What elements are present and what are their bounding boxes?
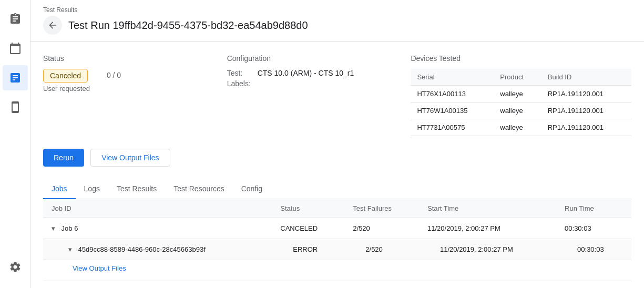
jobs-col-id: Job ID bbox=[43, 199, 272, 218]
page-title: Test Run 19ffb42d-9455-4375-bd32-ea54ab9… bbox=[68, 19, 308, 32]
sub-job-run-cell: 00:30:03 bbox=[556, 239, 631, 260]
job-failures-cell: 2/520 bbox=[344, 218, 419, 239]
view-output-files-link[interactable]: View Output Files bbox=[73, 262, 126, 276]
header: Test Results Test Run 19ffb42d-9455-4375… bbox=[30, 0, 644, 42]
view-output-row: View Output Files bbox=[43, 260, 631, 281]
configuration-block: Configuration Test: CTS 10.0 (ARM) - CTS… bbox=[227, 54, 411, 136]
device-product: walleye bbox=[494, 86, 541, 102]
device-build-id: RP1A.191120.001 bbox=[541, 102, 631, 119]
tab-test-results[interactable]: Test Results bbox=[108, 179, 165, 199]
sub-job-start-cell: 11/20/2019, 2:00:27 PM bbox=[419, 239, 556, 260]
status-reason: User requested bbox=[43, 85, 90, 92]
job-start-cell: 11/20/2019, 2:00:27 PM bbox=[419, 218, 556, 239]
device-serial: HT7731A00575 bbox=[411, 119, 494, 136]
config-test-key: Test: bbox=[227, 69, 253, 77]
devices-table: Serial Product Build ID HT76X1A00113 wal… bbox=[411, 69, 631, 136]
devices-col-build: Build ID bbox=[541, 69, 631, 86]
jobs-col-start: Start Time bbox=[419, 199, 556, 218]
breadcrumb: Test Results bbox=[43, 6, 631, 14]
devices-col-product: Product bbox=[494, 69, 541, 86]
tab-test-resources[interactable]: Test Resources bbox=[165, 179, 232, 199]
sidebar-item-analytics[interactable] bbox=[3, 65, 28, 90]
sub-job-status-cell: ERROR bbox=[272, 239, 344, 260]
config-labels-key: Labels: bbox=[227, 79, 253, 88]
sub-job-id-cell: ▾ 45d9cc88-8589-4486-960c-28c45663b93f bbox=[43, 239, 272, 260]
jobs-col-status: Status bbox=[272, 199, 344, 218]
sidebar-item-settings[interactable] bbox=[3, 254, 28, 280]
main-content: Test Results Test Run 19ffb42d-9455-4375… bbox=[30, 0, 644, 288]
sub-job-failures-cell: 2/520 bbox=[344, 239, 419, 260]
sidebar-item-clipboard[interactable] bbox=[3, 6, 28, 32]
action-row: Rerun View Output Files bbox=[43, 149, 631, 167]
sidebar-item-devices[interactable] bbox=[3, 95, 28, 120]
devices-row: HT7731A00575 walleye RP1A.191120.001 bbox=[411, 119, 631, 136]
config-test-value: CTS 10.0 (ARM) - CTS 10_r1 bbox=[258, 69, 354, 77]
tab-config[interactable]: Config bbox=[233, 179, 271, 199]
jobs-col-failures: Test Failures bbox=[344, 199, 419, 218]
info-section: Status Canceled User requested 0 / 0 Con… bbox=[43, 54, 631, 136]
tab-logs[interactable]: Logs bbox=[76, 179, 108, 199]
status-label: Status bbox=[43, 54, 227, 63]
device-product: walleye bbox=[494, 102, 541, 119]
devices-section: Devices Tested Serial Product Build ID H… bbox=[411, 54, 631, 136]
jobs-table: Job ID Status Test Failures Start Time R… bbox=[43, 199, 631, 281]
rerun-button[interactable]: Rerun bbox=[43, 149, 84, 167]
config-test-row: Test: CTS 10.0 (ARM) - CTS 10_r1 bbox=[227, 69, 411, 77]
sidebar bbox=[0, 0, 30, 288]
back-button[interactable] bbox=[43, 16, 62, 35]
progress-count: 0 / 0 bbox=[107, 71, 121, 79]
job-run-cell: 00:30:03 bbox=[556, 218, 631, 239]
device-product: walleye bbox=[494, 119, 541, 136]
sub-expand-icon[interactable]: ▾ bbox=[68, 245, 72, 253]
job-row: ▾ Job 6 CANCELED 2/520 11/20/2019, 2:00:… bbox=[43, 218, 631, 239]
sidebar-item-calendar[interactable] bbox=[3, 36, 28, 61]
device-build-id: RP1A.191120.001 bbox=[541, 119, 631, 136]
job-status-cell: CANCELED bbox=[272, 218, 344, 239]
sub-job-row: ▾ 45d9cc88-8589-4486-960c-28c45663b93f E… bbox=[43, 239, 631, 260]
configuration-label: Configuration bbox=[227, 54, 411, 63]
tab-jobs[interactable]: Jobs bbox=[43, 179, 76, 199]
view-output-button[interactable]: View Output Files bbox=[90, 149, 170, 167]
title-row: Test Run 19ffb42d-9455-4375-bd32-ea54ab9… bbox=[43, 16, 631, 41]
job-id-cell: ▾ Job 6 bbox=[43, 218, 272, 239]
status-block: Status Canceled User requested 0 / 0 bbox=[43, 54, 227, 136]
tabs: Jobs Logs Test Results Test Resources Co… bbox=[43, 179, 631, 199]
devices-row: HT76W1A00135 walleye RP1A.191120.001 bbox=[411, 102, 631, 119]
status-badge: Canceled bbox=[43, 69, 88, 83]
devices-col-serial: Serial bbox=[411, 69, 494, 86]
device-build-id: RP1A.191120.001 bbox=[541, 86, 631, 102]
jobs-col-run: Run Time bbox=[556, 199, 631, 218]
devices-row: HT76X1A00113 walleye RP1A.191120.001 bbox=[411, 86, 631, 102]
content-area: Status Canceled User requested 0 / 0 Con… bbox=[30, 42, 644, 288]
device-serial: HT76W1A00135 bbox=[411, 102, 494, 119]
expand-icon[interactable]: ▾ bbox=[52, 224, 55, 232]
devices-label: Devices Tested bbox=[411, 54, 631, 63]
config-labels-row: Labels: bbox=[227, 79, 411, 88]
device-serial: HT76X1A00113 bbox=[411, 86, 494, 102]
